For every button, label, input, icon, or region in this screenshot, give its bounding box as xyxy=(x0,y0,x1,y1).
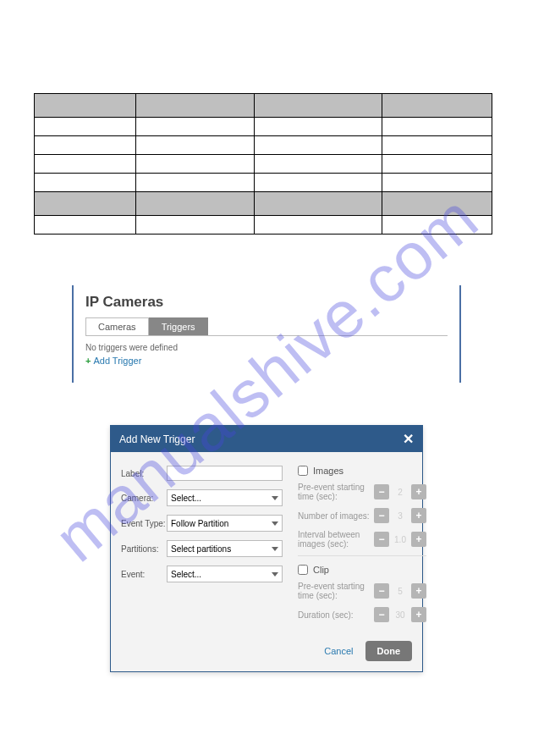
table-row xyxy=(35,155,492,174)
pre-event2-stepper: − 5 + xyxy=(374,583,426,599)
num-images-label: Number of images: xyxy=(298,511,374,521)
plus-button[interactable]: + xyxy=(411,484,426,499)
images-checkbox-label: Images xyxy=(313,466,343,476)
modal-title: Add New Trigger xyxy=(119,433,195,445)
partitions-label: Partitions: xyxy=(121,544,167,554)
minus-button[interactable]: − xyxy=(374,583,389,599)
plus-button[interactable]: + xyxy=(411,508,426,523)
chevron-down-icon xyxy=(272,496,278,500)
event-label: Event: xyxy=(121,570,167,579)
empty-state-text: No triggers were defined xyxy=(85,343,448,352)
event-select-value: Select... xyxy=(171,570,201,579)
clip-checkbox-row: Clip xyxy=(298,565,426,575)
table-subheader-row xyxy=(35,192,492,216)
tab-cameras[interactable]: Cameras xyxy=(85,317,149,335)
plus-button[interactable]: + xyxy=(411,607,426,622)
page: IP Cameras Cameras Triggers No triggers … xyxy=(0,0,533,706)
interval-stepper: − 1.0 + xyxy=(374,532,426,547)
ip-cameras-panel: IP Cameras Cameras Triggers No triggers … xyxy=(72,285,461,383)
images-checkbox[interactable] xyxy=(298,466,308,476)
modal-header: Add New Trigger ✕ xyxy=(111,426,422,452)
spec-table xyxy=(34,93,492,235)
pre-event2-label: Pre-event starting time (sec): xyxy=(298,582,374,600)
duration-stepper: − 30 + xyxy=(374,607,426,622)
minus-button[interactable]: − xyxy=(374,508,389,523)
duration-label: Duration (sec): xyxy=(298,610,374,620)
modal-body: Label: Camera: Select... Event Type: Fol… xyxy=(111,452,422,634)
table-row xyxy=(35,136,492,155)
panel-title: IP Cameras xyxy=(85,294,448,311)
cancel-button[interactable]: Cancel xyxy=(324,646,353,656)
event-type-select-value: Follow Partition xyxy=(171,519,228,528)
minus-button[interactable]: − xyxy=(374,532,389,547)
add-trigger-label: Add Trigger xyxy=(93,356,141,366)
tab-triggers[interactable]: Triggers xyxy=(149,317,208,335)
chevron-down-icon xyxy=(272,572,278,577)
plus-button[interactable]: + xyxy=(411,532,426,547)
event-type-label: Event Type: xyxy=(121,519,167,528)
num-images-stepper: − 3 + xyxy=(374,508,426,523)
pre-event-stepper: − 2 + xyxy=(374,484,426,499)
plus-button[interactable]: + xyxy=(411,583,426,599)
table-row xyxy=(35,118,492,136)
divider xyxy=(298,555,426,556)
tabs: Cameras Triggers xyxy=(85,317,448,336)
camera-select-value: Select... xyxy=(171,494,201,503)
event-select[interactable]: Select... xyxy=(167,566,283,582)
event-type-select[interactable]: Follow Partition xyxy=(167,515,283,532)
add-trigger-link[interactable]: +Add Trigger xyxy=(85,356,448,366)
minus-button[interactable]: − xyxy=(374,484,389,499)
table-row xyxy=(35,216,492,235)
camera-select[interactable]: Select... xyxy=(167,489,283,506)
clip-checkbox-label: Clip xyxy=(313,565,329,575)
label-input[interactable] xyxy=(167,466,283,481)
num-images-value: 3 xyxy=(393,511,408,521)
plus-icon: + xyxy=(85,356,91,366)
pre-event2-value: 5 xyxy=(393,587,408,596)
camera-label: Camera: xyxy=(121,494,167,503)
label-label: Label: xyxy=(121,469,167,478)
interval-value: 1.0 xyxy=(393,535,408,544)
modal-left-column: Label: Camera: Select... Event Type: Fol… xyxy=(121,466,283,629)
add-trigger-modal: Add New Trigger ✕ Label: Camera: Select.… xyxy=(110,425,423,672)
chevron-down-icon xyxy=(272,521,278,526)
interval-label: Interval between images (sec): xyxy=(298,530,374,549)
duration-value: 30 xyxy=(393,610,408,620)
pre-event-value: 2 xyxy=(393,488,408,497)
images-checkbox-row: Images xyxy=(298,466,426,476)
table-row xyxy=(35,174,492,192)
clip-checkbox[interactable] xyxy=(298,565,308,575)
table-header-row xyxy=(35,94,492,118)
modal-right-column: Images Pre-event starting time (sec): − … xyxy=(298,466,426,629)
chevron-down-icon xyxy=(272,547,278,551)
done-button[interactable]: Done xyxy=(365,641,413,661)
pre-event-label: Pre-event starting time (sec): xyxy=(298,483,374,501)
modal-footer: Cancel Done xyxy=(111,634,422,671)
partitions-select[interactable]: Select partitions xyxy=(167,540,283,557)
close-icon[interactable]: ✕ xyxy=(403,431,414,447)
minus-button[interactable]: − xyxy=(374,607,389,622)
partitions-select-value: Select partitions xyxy=(171,544,231,554)
